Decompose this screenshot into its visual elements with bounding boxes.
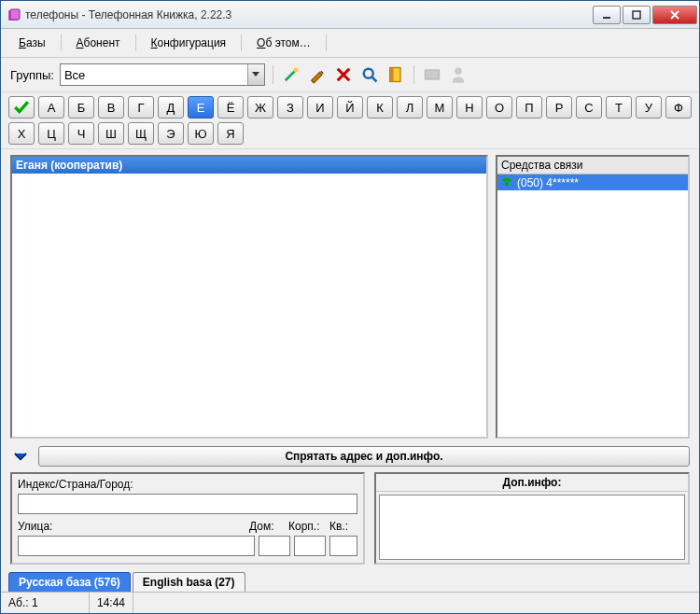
menu-separator xyxy=(61,35,62,51)
contact-entry[interactable]: Еганя (кооператив) xyxy=(12,157,486,174)
status-abonent: Аб.: 1 xyxy=(1,593,90,613)
statusbar: Аб.: 1 14:44 xyxy=(1,592,699,613)
letter-З-button[interactable]: З xyxy=(277,96,303,119)
titlebar: телефоны - Телефонная Книжка, 2.22.3 xyxy=(1,1,699,29)
dop-info-textarea[interactable] xyxy=(379,495,685,560)
hide-bar: Спрятать адрес и доп.инфо. xyxy=(1,444,699,470)
letter-В-button[interactable]: В xyxy=(98,96,124,119)
letter-Р-button[interactable]: Р xyxy=(546,96,572,119)
delete-icon[interactable] xyxy=(333,64,354,85)
letter-Ч-button[interactable]: Ч xyxy=(68,122,94,145)
letter-Ф-button[interactable]: Ф xyxy=(665,96,692,119)
filter-check-button[interactable] xyxy=(8,96,35,119)
database-tabs: Русская база (576) English basa (27) xyxy=(1,570,699,592)
letter-Й-button[interactable]: Й xyxy=(337,96,363,119)
person-icon xyxy=(448,64,469,85)
letter-Я-button[interactable]: Я xyxy=(217,122,244,145)
menu-abonent[interactable]: Абонент xyxy=(66,33,131,53)
street-input[interactable] xyxy=(18,536,255,556)
svg-rect-1 xyxy=(10,9,20,20)
minimize-button[interactable] xyxy=(593,6,621,24)
dop-info-panel: Доп.инфо: xyxy=(374,472,690,565)
street-label: Улица: xyxy=(18,520,245,533)
letter-П-button[interactable]: П xyxy=(516,96,542,119)
svg-rect-2 xyxy=(603,17,610,19)
korp-input[interactable] xyxy=(294,536,326,556)
groups-label: Группы: xyxy=(10,68,54,82)
address-area: Индекс/Страна/Город: Улица: Дом: Корп.: … xyxy=(1,470,699,570)
svg-point-4 xyxy=(293,68,298,73)
svg-point-9 xyxy=(455,68,462,76)
letter-Т-button[interactable]: Т xyxy=(606,96,632,119)
letter-С-button[interactable]: С xyxy=(576,96,602,119)
phone-number: (050) 4****** xyxy=(517,176,579,189)
tab-russian-db[interactable]: Русская база (576) xyxy=(8,572,131,592)
letter-Ю-button[interactable]: Ю xyxy=(188,122,214,145)
dop-info-label: Доп.инфо: xyxy=(376,474,688,492)
svg-point-5 xyxy=(364,69,373,78)
svg-rect-7 xyxy=(390,68,394,82)
chevron-down-icon xyxy=(252,72,259,77)
wand-icon[interactable] xyxy=(281,64,301,85)
card-icon xyxy=(422,64,442,85)
hide-address-button[interactable]: Спрятать адрес и доп.инфо. xyxy=(38,446,690,467)
letter-Д-button[interactable]: Д xyxy=(158,96,184,119)
menubar: Базы Абонент Конфигурация Об этом… xyxy=(1,29,699,58)
menu-config[interactable]: Конфигурация xyxy=(141,33,237,53)
toolbar-separator xyxy=(413,65,414,84)
letter-Щ-button[interactable]: Щ xyxy=(128,122,154,145)
book-icon[interactable] xyxy=(385,64,406,85)
toolbar-separator xyxy=(273,65,273,84)
letter-О-button[interactable]: О xyxy=(486,96,512,119)
contacts-panel[interactable]: Еганя (кооператив) xyxy=(10,155,488,439)
letter-М-button[interactable]: М xyxy=(427,96,453,119)
letter-Ж-button[interactable]: Ж xyxy=(247,96,273,119)
phone-entry[interactable]: (050) 4****** xyxy=(497,174,688,190)
edit-icon[interactable] xyxy=(307,64,328,85)
svg-rect-3 xyxy=(633,11,640,19)
letter-Ё-button[interactable]: Ё xyxy=(217,96,244,119)
phone-icon xyxy=(500,175,513,189)
toolbar-icons xyxy=(281,64,469,85)
groups-input[interactable] xyxy=(61,64,247,85)
app-icon xyxy=(7,7,21,22)
menu-bases[interactable]: Базы xyxy=(8,33,56,53)
letter-Э-button[interactable]: Э xyxy=(158,122,184,145)
collapse-icon[interactable] xyxy=(10,448,31,465)
tab-english-db[interactable]: English basa (27) xyxy=(133,572,245,592)
alphabet-bar: АБВГДЕЁЖЗИЙКЛМНОПРСТУФХЦЧШЩЭЮЯ xyxy=(1,92,699,149)
svg-rect-8 xyxy=(425,70,439,79)
letter-А-button[interactable]: А xyxy=(38,96,64,119)
korp-label: Корп.: xyxy=(288,520,326,533)
letter-Л-button[interactable]: Л xyxy=(397,96,423,119)
letter-Ц-button[interactable]: Ц xyxy=(38,122,64,145)
letter-Б-button[interactable]: Б xyxy=(68,96,94,119)
comm-panel: Средства связи (050) 4****** xyxy=(496,155,690,439)
kv-label: Кв.: xyxy=(329,520,357,533)
search-icon[interactable] xyxy=(359,64,380,85)
letter-Х-button[interactable]: Х xyxy=(8,122,35,145)
letter-Е-button[interactable]: Е xyxy=(188,96,214,119)
close-button[interactable] xyxy=(652,6,697,24)
check-icon xyxy=(13,99,30,116)
letter-И-button[interactable]: И xyxy=(307,96,333,119)
combo-dropdown-button[interactable] xyxy=(247,64,264,85)
letter-Г-button[interactable]: Г xyxy=(128,96,154,119)
groups-toolbar: Группы: xyxy=(1,58,699,92)
menu-about[interactable]: Об этом… xyxy=(246,33,321,53)
letter-Н-button[interactable]: Н xyxy=(456,96,483,119)
house-input[interactable] xyxy=(259,536,290,556)
index-input[interactable] xyxy=(18,494,357,514)
house-label: Дом: xyxy=(249,520,285,533)
menu-separator xyxy=(135,35,136,51)
window-title: телефоны - Телефонная Книжка, 2.22.3 xyxy=(25,8,593,21)
maximize-button[interactable] xyxy=(623,6,651,24)
letter-У-button[interactable]: У xyxy=(636,96,662,119)
svg-rect-10 xyxy=(505,182,509,186)
letter-Ш-button[interactable]: Ш xyxy=(98,122,124,145)
kv-input[interactable] xyxy=(329,536,357,556)
address-left-panel: Индекс/Страна/Город: Улица: Дом: Корп.: … xyxy=(10,472,365,565)
groups-combo[interactable] xyxy=(60,63,265,86)
letter-К-button[interactable]: К xyxy=(367,96,393,119)
status-time: 14:44 xyxy=(90,593,133,613)
